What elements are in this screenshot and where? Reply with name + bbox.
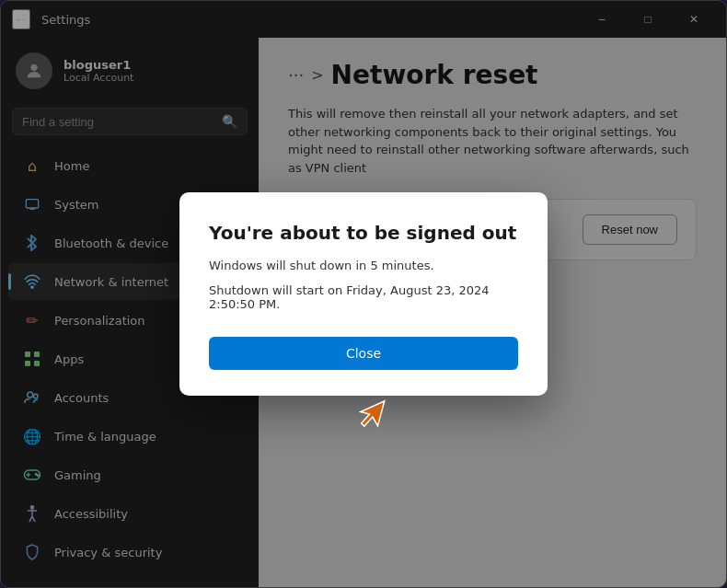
dialog-close-button[interactable]: Close [209,337,518,370]
settings-window: ← Settings – □ ✕ bloguser1 Local Account… [0,0,727,588]
dialog-message2: Shutdown will start on Friday, August 23… [209,283,518,311]
dialog-overlay: You're about to be signed out Windows wi… [1,1,726,587]
dialog-title: You're about to be signed out [209,222,518,244]
dialog-message1: Windows will shut down in 5 minutes. [209,259,518,272]
signed-out-dialog: You're about to be signed out Windows wi… [179,192,548,396]
